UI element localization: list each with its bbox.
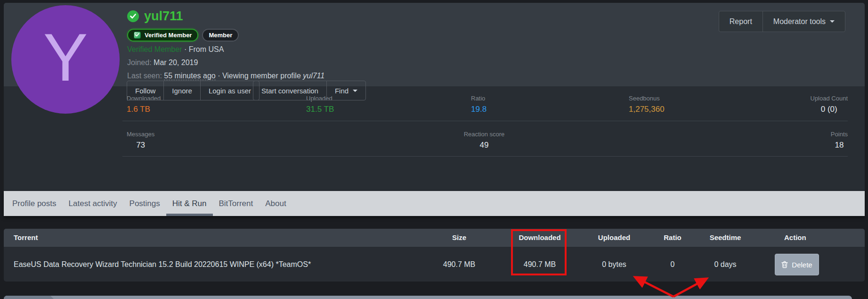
profile-buttons-group-1: Follow Ignore Login as user xyxy=(127,81,260,100)
torrent-uploaded: 0 bytes xyxy=(579,247,649,282)
table-header-row: Torrent Size Downloaded Uploaded Ratio S… xyxy=(4,229,865,247)
username: yul711 xyxy=(144,9,183,24)
member-profile-page: Y yul711 Verified Member Member xyxy=(0,0,868,299)
separator-dot: · xyxy=(218,72,220,80)
verified-check-icon xyxy=(127,10,139,22)
badge-row: Verified Member Member xyxy=(127,28,324,42)
tab-hit-and-run[interactable]: Hit & Run xyxy=(166,191,213,216)
last-seen-line: Last seen: 55 minutes ago · Viewing memb… xyxy=(127,71,324,81)
delete-button[interactable]: Delete xyxy=(775,254,819,275)
badge-verified-member: Verified Member xyxy=(127,29,198,42)
joined-value: Mar 20, 2019 xyxy=(154,58,198,66)
tab-profile-posts[interactable]: Profile posts xyxy=(6,191,63,216)
header-action-group: Report Moderator tools xyxy=(719,11,845,32)
next-section-edge xyxy=(4,296,852,299)
stat-reaction-score: Reaction score 49 xyxy=(456,131,512,150)
badge-verified-label: Verified Member xyxy=(145,32,192,39)
location-text: From USA xyxy=(189,45,224,53)
table-row: EaseUS Data Recovery Wizard Technician 1… xyxy=(4,247,865,282)
torrent-downloaded: 490.7 MB xyxy=(507,247,573,282)
tab-bittorrent[interactable]: BitTorrent xyxy=(213,191,260,216)
divider xyxy=(122,156,848,157)
avatar-letter: Y xyxy=(43,24,88,91)
column-header-action: Action xyxy=(784,229,868,247)
hit-and-run-table: Torrent Size Downloaded Uploaded Ratio S… xyxy=(4,229,865,282)
separator-dot: · xyxy=(184,45,187,53)
tab-postings[interactable]: Postings xyxy=(123,191,166,216)
checkbox-check-icon xyxy=(134,32,141,39)
caret-down-icon xyxy=(830,20,835,23)
stat-upload-count: Upload Count 0 (0) xyxy=(811,95,848,114)
profile-identity: yul711 Verified Member Member Verified M… xyxy=(127,8,324,81)
joined-label: Joined: xyxy=(127,58,152,66)
moderator-tools-button[interactable]: Moderator tools xyxy=(763,11,845,32)
stat-ratio: Ratio 19.8 xyxy=(471,95,487,114)
role-location-line: Verified Member · From USA xyxy=(127,44,324,55)
profile-buttons-group-2: Start conversation Find xyxy=(253,81,366,100)
column-header-seedtime: Seedtime xyxy=(695,229,756,247)
joined-line: Joined: Mar 20, 2019 xyxy=(127,58,324,68)
follow-button[interactable]: Follow xyxy=(127,81,163,100)
column-header-downloaded: Downloaded xyxy=(507,229,573,247)
role-text: Verified Member xyxy=(127,45,182,53)
profile-tab-strip: Profile posts Latest activity Postings H… xyxy=(4,191,865,216)
last-seen-activity: Viewing member profile xyxy=(222,72,301,80)
avatar[interactable]: Y xyxy=(11,5,120,114)
column-header-ratio: Ratio xyxy=(647,229,698,247)
login-as-user-button[interactable]: Login as user xyxy=(200,81,259,100)
stat-seedbonus: Seedbonus 1,275,360 xyxy=(629,95,665,114)
find-button[interactable]: Find xyxy=(326,81,365,100)
torrent-seedtime: 0 days xyxy=(695,247,756,282)
badge-member-label: Member xyxy=(209,32,232,39)
delete-button-label: Delete xyxy=(792,261,812,269)
divider xyxy=(122,121,848,121)
tab-latest-activity[interactable]: Latest activity xyxy=(63,191,123,216)
last-seen-value: 55 minutes ago xyxy=(164,72,215,80)
badge-member: Member xyxy=(202,29,239,42)
column-header-size: Size xyxy=(426,229,492,247)
last-seen-target: yul711 xyxy=(303,72,324,80)
stat-points: Points 18 xyxy=(831,131,848,150)
torrent-ratio: 0 xyxy=(647,247,698,282)
column-header-torrent: Torrent xyxy=(14,229,38,247)
last-seen-label: Last seen: xyxy=(127,72,162,80)
profile-card: Y yul711 Verified Member Member xyxy=(4,3,865,216)
caret-down-icon xyxy=(353,90,357,92)
tab-about[interactable]: About xyxy=(259,191,292,216)
stat-messages: Messages 73 xyxy=(127,131,154,150)
column-header-uploaded: Uploaded xyxy=(579,229,649,247)
start-conversation-button[interactable]: Start conversation xyxy=(253,81,326,100)
torrent-name-link[interactable]: EaseUS Data Recovery Wizard Technician 1… xyxy=(14,247,311,282)
trash-icon xyxy=(781,261,788,268)
ignore-button[interactable]: Ignore xyxy=(163,81,200,100)
report-button[interactable]: Report xyxy=(719,11,763,32)
next-section-tab-edge xyxy=(4,296,54,299)
torrent-size: 490.7 MB xyxy=(426,247,492,282)
